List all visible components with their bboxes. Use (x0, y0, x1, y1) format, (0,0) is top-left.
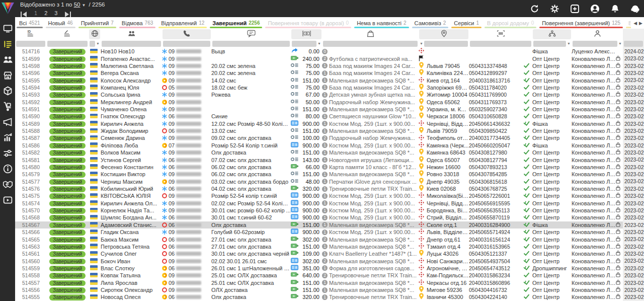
status-badge[interactable]: Завершений (49, 150, 86, 156)
refresh-icon[interactable] (530, 4, 539, 14)
filter-input-10[interactable] (533, 41, 566, 47)
status-badge[interactable]: Завершений (49, 208, 86, 214)
status-badge[interactable]: Завершений (49, 128, 86, 134)
filter-dropdown-icon[interactable]: ▼ (317, 41, 321, 47)
table-row-514588[interactable]: 514588ЗавершенийЖидак Володимир0613.02 с… (15, 127, 644, 134)
table-row-514559[interactable]: 514559ЗавершенийВлас Слотюу0626.01 смс 1… (15, 265, 644, 272)
status-badge[interactable]: Завершений (49, 143, 86, 149)
column-header-globe-icon[interactable] (89, 29, 100, 39)
table-row-514590[interactable]: 514590ЗавершенийГнатюк Олексндр06Синие80… (15, 113, 644, 120)
status-badge[interactable]: Завершений (49, 92, 86, 98)
tab-нема-в-наявності[interactable]: Нема в наявності2 (353, 17, 410, 29)
filter-input-4[interactable] (163, 41, 210, 47)
page-3[interactable]: 3 (54, 10, 57, 16)
status-badge[interactable]: Завершений (49, 259, 86, 265)
status-badge[interactable]: Завершений (49, 135, 86, 141)
status-badge[interactable]: Завершений (49, 230, 86, 236)
filter-input-0[interactable] (16, 41, 45, 47)
status-badge[interactable]: Завершений (49, 172, 86, 178)
table-row-514576[interactable]: 514576ЗавершенийКобилинський Юрий0604.02… (15, 185, 644, 192)
column-header-bag-icon[interactable] (323, 29, 418, 39)
tab-новый[interactable]: Новый46 (44, 17, 77, 29)
status-badge[interactable]: Завершений (49, 165, 86, 171)
table-row-514716[interactable]: 514716ЗавершенийНов10 Нов1009Выцв0.000Фі… (15, 48, 644, 55)
filter-input-6[interactable] (292, 41, 316, 47)
column-header-people-icon[interactable] (101, 29, 162, 39)
column-header-phone-icon[interactable] (163, 29, 211, 39)
status-badge[interactable]: Завершений (49, 215, 86, 221)
tab-scroll-left-icon[interactable]: ◀ (633, 21, 637, 26)
table-row-514556[interactable]: 514556ЗавершенийСиротюк Олександр09ОЛХ д… (15, 286, 644, 293)
status-badge[interactable]: Завершений (49, 70, 86, 77)
status-badge[interactable]: Завершений (49, 63, 86, 69)
page-1[interactable]: 1 (34, 10, 37, 16)
table-row-514574[interactable]: 514574ЗавершенийКирилич Анжела Ол...0902… (15, 200, 644, 207)
table-row-514567[interactable]: 514567ЗавершенийАдамовский Станис...06Ол… (15, 221, 644, 229)
table-row-514589[interactable]: 514589ЗавершенийКирилич Анжела0912.02 см… (15, 120, 644, 127)
table-row-514561[interactable]: 514561ЗавершенийСучилов Олег0630.01 смс … (15, 250, 644, 257)
column-header-money-icon[interactable] (291, 29, 321, 39)
filter-input-8[interactable] (424, 41, 468, 47)
table-row-514563[interactable]: 514563ЗавершенийПетровська Тетяна0627.01… (15, 243, 644, 250)
filter-input-7[interactable] (323, 41, 418, 47)
status-badge[interactable]: Завершений (49, 121, 86, 127)
status-badge[interactable]: Завершений (49, 107, 86, 113)
tab-завершений[interactable]: Завершений2256 (208, 17, 264, 29)
table-row-514570[interactable]: 514570ЗавершенийКорнелюк Надія Та...0930… (15, 207, 644, 214)
page-2[interactable]: 2 (44, 10, 47, 16)
column-header-id-icon[interactable]: ID (16, 29, 46, 39)
last-page-button[interactable] (64, 10, 71, 16)
sidebar-item-partners[interactable] (3, 179, 13, 190)
tab-всі[interactable]: Всі4521 (15, 17, 44, 29)
column-header-barcode-icon[interactable] (469, 29, 532, 39)
table-row-514595[interactable]: 514595ЗавершенийКолосок Александр0914.02… (15, 77, 644, 84)
table-row-514565[interactable]: 514565ЗавершенийБаюка Максим0627.01 смс … (15, 236, 644, 243)
table-row-514582[interactable]: 514582ЗавершенийВолков Максим09Олх доста… (15, 149, 644, 156)
status-badge[interactable]: Завершений (49, 85, 86, 91)
tab-сервіси[interactable]: Сервіси1 (450, 17, 483, 29)
filter-input-5[interactable] (212, 41, 290, 47)
sidebar-item-supply[interactable] (3, 101, 13, 112)
column-header-date[interactable] (623, 29, 644, 39)
column-header-chat-icon[interactable] (212, 29, 290, 39)
filter-input-1[interactable] (47, 41, 88, 47)
filter-dropdown-icon[interactable]: ▼ (618, 41, 622, 47)
status-badge[interactable]: Завершений (49, 100, 86, 106)
table-row-514596[interactable]: 514596ЗавершенийВегера Оксана0920.02 смс… (15, 69, 644, 77)
table-row-514599[interactable]: 514599ЗавершенийПотапенко Анастас...0924… (15, 55, 644, 62)
table-row-514591[interactable]: 514591ЗавершенийЧумаченко Олена09151.001… (15, 106, 644, 113)
table-row-514577[interactable]: 514577ЗавершенийЧерниш Максим0903.02 смс… (15, 178, 644, 185)
table-row-514594[interactable]: 514594ЗавершенийКомпанец Юля0518.02 смс … (15, 84, 644, 91)
status-badge[interactable]: Завершений (49, 179, 86, 185)
tab-повернення-товару-в-дорозі-[interactable]: Повернення товару (в дорозі)0 (264, 17, 353, 29)
filter-dropdown-icon[interactable]: ▼ (567, 41, 571, 47)
filter-dropdown-icon[interactable]: ▼ (420, 41, 423, 47)
sidebar-item-products[interactable] (3, 86, 13, 96)
sidebar-item-store[interactable] (3, 70, 13, 81)
table-row-514587[interactable]: 514587ЗавершенийСеменюк Дарина0909.02 см… (15, 134, 644, 141)
table-row-514558[interactable]: 514558ЗавершенийКовпак Татьяна0925.01 см… (15, 272, 644, 279)
status-badge[interactable]: Завершений (49, 280, 86, 286)
sidebar-item-dashboard[interactable] (3, 23, 13, 34)
column-header-person-icon[interactable] (572, 29, 622, 39)
tab-відмова[interactable]: Відмова763 (118, 17, 157, 29)
status-badge[interactable]: Завершений (49, 294, 86, 300)
column-header-status-edit-icon[interactable] (47, 29, 88, 39)
status-badge[interactable]: Завершений (49, 114, 86, 120)
gear-icon[interactable] (550, 4, 559, 14)
status-badge[interactable]: Завершений (49, 273, 86, 279)
table-row-514555[interactable]: 514555ЗавершенийНовосад Олеся06Олх доста… (15, 293, 644, 300)
filter-input-3[interactable] (102, 41, 161, 47)
sidebar-item-orders[interactable] (3, 39, 13, 49)
first-page-button[interactable] (20, 10, 27, 16)
filter-input-12[interactable] (624, 41, 643, 47)
tab-відправлений[interactable]: Відправлений12 (157, 17, 208, 29)
table-row-514580[interactable]: 514580ЗавершенийФесенко Константин0606.0… (15, 164, 644, 171)
app-logo-icon[interactable] (1, 2, 15, 15)
tab-самовивіз[interactable]: Самовивіз2 (411, 17, 450, 29)
table-row-514579[interactable]: 514579ЗавершенийКостишин Виктор0906.02 с… (15, 171, 644, 178)
sidebar-item-video[interactable] (3, 195, 13, 205)
status-badge[interactable]: Завершений (49, 222, 86, 229)
sidebar-item-clients[interactable] (3, 54, 13, 65)
status-badge[interactable]: Завершений (49, 186, 86, 192)
